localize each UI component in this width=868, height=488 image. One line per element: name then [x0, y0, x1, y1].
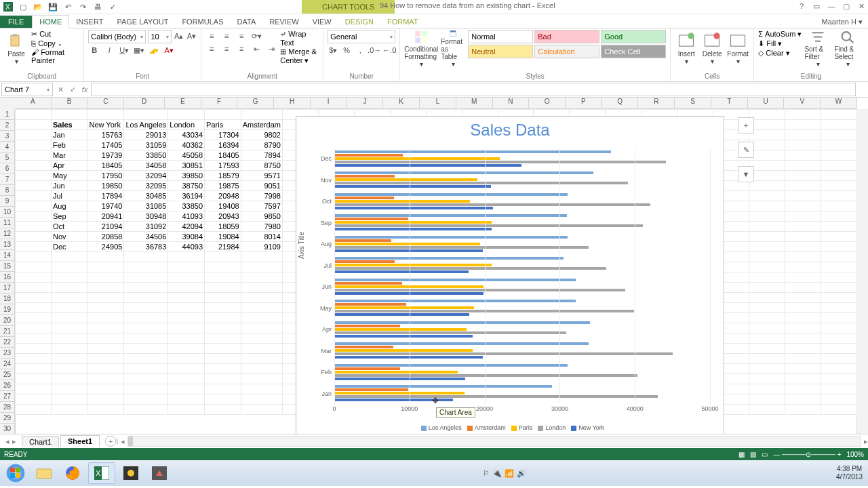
tray-flag-icon[interactable]: ⚐: [483, 469, 490, 478]
font-size-select[interactable]: 10▾: [148, 30, 171, 43]
new-sheet-button[interactable]: +: [105, 436, 116, 447]
tray-power-icon[interactable]: 🔌: [492, 469, 502, 478]
shrink-font-icon[interactable]: A▾: [186, 30, 197, 42]
sheet-tab-sheet1[interactable]: Sheet1: [60, 435, 100, 447]
app5-taskbar-icon[interactable]: [146, 463, 172, 483]
tab-file[interactable]: FILE: [0, 16, 32, 28]
bar[interactable]: [334, 228, 492, 230]
open-icon[interactable]: 📂: [33, 1, 43, 12]
bar[interactable]: [334, 303, 406, 306]
vertical-scrollbar[interactable]: [856, 109, 868, 434]
bar[interactable]: [334, 157, 500, 160]
font-name-select[interactable]: Calibri (Body)▾: [88, 30, 146, 43]
firefox-taskbar-icon[interactable]: [60, 463, 85, 483]
bar[interactable]: [334, 331, 566, 334]
tab-home[interactable]: HOME: [32, 15, 69, 28]
insert-cells-button[interactable]: Insert▾: [675, 30, 698, 68]
bar[interactable]: [334, 164, 521, 167]
align-center-icon[interactable]: ≡: [220, 43, 233, 55]
bar[interactable]: [334, 289, 625, 291]
legend[interactable]: Los AngelesAmsterdamParisLondonNew York: [296, 424, 724, 431]
ribbon-toggle-icon[interactable]: ▭: [811, 1, 822, 12]
zoom-slider[interactable]: — ─────⊙───── +: [773, 451, 841, 458]
align-bottom-icon[interactable]: ≡: [235, 30, 248, 42]
tab-review[interactable]: REVIEW: [262, 16, 305, 28]
chart-filters-button[interactable]: ▼: [738, 166, 754, 182]
grid[interactable]: SalesNew YorkLos AngelesLondonParisAmste…: [15, 109, 857, 434]
bar[interactable]: [334, 395, 658, 398]
bold-icon[interactable]: B: [88, 44, 100, 56]
bar[interactable]: [334, 236, 568, 239]
bar[interactable]: [334, 207, 493, 209]
select-all-corner[interactable]: [0, 98, 16, 110]
horizontal-scrollbar[interactable]: [127, 436, 861, 447]
tab-format[interactable]: FORMAT: [380, 16, 425, 28]
bar[interactable]: [334, 392, 465, 394]
minimize-icon[interactable]: —: [826, 1, 837, 12]
fx-icon[interactable]: fx: [79, 83, 91, 96]
clear-button[interactable]: ◇ Clear ▾: [758, 49, 802, 58]
bar[interactable]: [334, 218, 408, 220]
view-normal-icon[interactable]: ▦: [738, 451, 745, 458]
explorer-taskbar-icon[interactable]: [31, 463, 57, 483]
indent-decrease-icon[interactable]: ⇤: [250, 43, 262, 55]
tab-formulas[interactable]: FORMULAS: [175, 16, 230, 28]
bar[interactable]: [334, 378, 465, 380]
style-normal[interactable]: Normal: [468, 30, 533, 43]
bar[interactable]: [334, 364, 568, 367]
sort-filter-button[interactable]: Sort & Filter▾: [804, 30, 831, 68]
copy-button[interactable]: ⎘ Copy ▾: [31, 39, 79, 47]
bar[interactable]: [334, 374, 637, 377]
align-right-icon[interactable]: ≡: [235, 43, 248, 55]
view-page-layout-icon[interactable]: ▤: [750, 451, 756, 458]
format-painter-button[interactable]: 🖌 Format Painter: [31, 48, 79, 64]
chart-title[interactable]: Sales Data: [296, 121, 724, 140]
bar[interactable]: [334, 267, 606, 270]
align-middle-icon[interactable]: ≡: [220, 30, 233, 42]
chart-object[interactable]: Sales Data Axis Title DecNovOctSepAugJul…: [296, 116, 724, 434]
excel-taskbar-icon[interactable]: X: [88, 462, 115, 484]
bar[interactable]: [334, 367, 400, 370]
bar[interactable]: [334, 185, 491, 188]
cancel-formula-icon[interactable]: ✕: [54, 83, 66, 96]
indent-increase-icon[interactable]: ⇥: [265, 43, 277, 55]
view-page-break-icon[interactable]: ▭: [762, 451, 768, 458]
column-headers[interactable]: ABCDEFGHIJKLMNOPQRSTUVW: [15, 98, 857, 110]
formula-input[interactable]: [91, 83, 856, 96]
bar[interactable]: [334, 335, 473, 338]
bar[interactable]: [334, 193, 568, 196]
align-left-icon[interactable]: ≡: [205, 43, 218, 55]
start-button[interactable]: [3, 463, 28, 483]
increase-decimal-icon[interactable]: .0→: [368, 44, 380, 56]
bar[interactable]: [334, 203, 650, 206]
tab-data[interactable]: DATA: [231, 16, 263, 28]
conditional-formatting-button[interactable]: Conditional Formatting▾: [404, 30, 438, 68]
account-name[interactable]: Maarten H ▾: [816, 16, 868, 28]
maximize-icon[interactable]: ▢: [841, 1, 852, 12]
align-top-icon[interactable]: ≡: [205, 30, 218, 42]
bar[interactable]: [334, 356, 483, 359]
find-select-button[interactable]: Find & Select▾: [834, 30, 861, 68]
bar[interactable]: [334, 264, 492, 266]
bar[interactable]: [334, 325, 400, 327]
bar[interactable]: [334, 178, 477, 181]
bar[interactable]: [334, 282, 402, 285]
autosum-button[interactable]: Σ AutoSum ▾: [758, 30, 802, 39]
style-bad[interactable]: Bad: [534, 30, 599, 43]
grow-font-icon[interactable]: A▴: [174, 30, 184, 42]
italic-icon[interactable]: I: [103, 44, 115, 56]
wrap-text-button[interactable]: ⤶ Wrap Text: [280, 30, 319, 47]
bar[interactable]: [334, 328, 467, 331]
sheet-tab-chart1[interactable]: Chart1: [22, 436, 59, 447]
style-neutral[interactable]: Neutral: [468, 45, 533, 58]
decrease-decimal-icon[interactable]: ←.0: [383, 44, 395, 56]
style-check-cell[interactable]: Check Cell: [601, 45, 666, 58]
style-calculation[interactable]: Calculation: [534, 45, 599, 58]
bar[interactable]: [334, 200, 470, 203]
bar[interactable]: [334, 349, 473, 352]
bar[interactable]: [334, 388, 408, 391]
bar[interactable]: [334, 321, 590, 324]
app4-taskbar-icon[interactable]: [118, 463, 144, 483]
merge-center-button[interactable]: ⊞ Merge & Center ▾: [280, 47, 319, 65]
format-cells-button[interactable]: Format▾: [726, 30, 749, 68]
